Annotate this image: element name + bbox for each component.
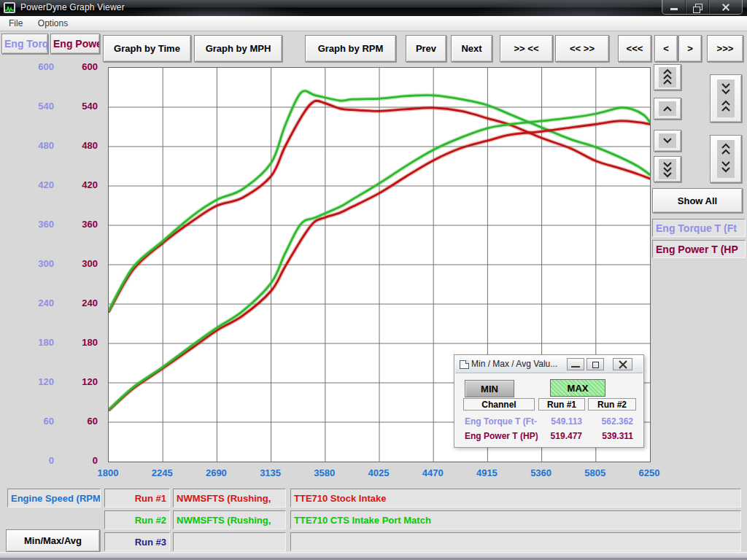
minmax-row-value: 562.362 [589,416,633,427]
chevron-up-icon [659,101,676,116]
next-button[interactable]: Next [451,35,492,62]
power-axis-button[interactable]: Eng Powe [50,34,100,54]
column-header-run1[interactable]: Run #1 [538,398,585,411]
scroll-left-button[interactable]: < [654,35,678,62]
right-power-channel-label[interactable]: Eng Power T (HP [652,240,746,258]
run2-description-box[interactable]: TTE710 CTS Intake Port Match [290,510,741,529]
scroll-first-button[interactable]: <<< [618,35,651,62]
y-tick-label: 420 [47,179,98,192]
x-tick-label: 4025 [355,467,402,478]
minmax-row-value: 539.311 [589,431,633,442]
prev-button[interactable]: Prev [406,35,446,62]
y-compress-button[interactable] [710,74,742,122]
x-tick-label: 4915 [463,467,510,478]
y-tick-label: 60 [47,415,98,428]
right-torque-channel-label[interactable]: Eng Torque T (Ft [652,219,746,237]
run1-label-box: Run #1 [104,489,170,508]
y-tick-label: 480 [47,139,98,152]
minmax-title-bar[interactable]: Min / Max / Avg Valu... [455,356,643,373]
chevron-triple-up-icon [659,67,676,88]
run3-description-box[interactable] [290,532,741,551]
minmax-row-value: 549.113 [538,416,582,427]
minmax-row-value: 519.477 [538,431,582,442]
document-icon [460,360,469,369]
x-axis-channel-box[interactable]: Engine Speed (RPM [7,489,101,508]
zoom-out-x-button[interactable]: << >> [555,35,609,62]
y-expand-button[interactable] [710,135,742,183]
x-tick-label: 3580 [301,467,348,478]
max-toggle-button[interactable]: MAX [550,379,605,397]
chevron-compress-icon [717,79,735,117]
x-tick-label: 2245 [139,467,185,478]
y-zoom-in-button[interactable] [654,98,681,120]
graph-by-mph-button[interactable]: Graph by MPH [194,35,282,62]
minmax-minimize-button[interactable] [567,358,584,370]
column-header-channel[interactable]: Channel [463,398,535,411]
minmax-close-button[interactable] [613,358,632,370]
show-all-button[interactable]: Show All [652,188,743,213]
run1-file-box[interactable]: NWMSFTS (Rushing, [173,489,286,508]
minmax-avg-button[interactable]: Min/Max/Avg [6,529,100,552]
y-tick-label: 600 [47,61,98,74]
window-controls [662,0,743,15]
torque-axis-button[interactable]: Eng Torq [1,34,48,54]
minmax-row-channel: Eng Torque T (Ft- [465,416,538,427]
x-tick-label: 6250 [626,467,673,478]
scroll-last-button[interactable]: >>> [707,35,743,62]
x-tick-label: 3135 [247,467,294,478]
run2-file-box[interactable]: NWMSFTS (Rushing, [173,510,286,529]
x-tick-label: 5805 [572,467,619,478]
y-tick-label: 120 [47,376,98,389]
run2-label-box: Run #2 [104,510,170,529]
minmax-window-title: Min / Max / Avg Valu... [471,359,557,369]
run3-file-box[interactable] [173,532,286,551]
menu-file[interactable]: File [3,17,28,30]
graph-by-rpm-button[interactable]: Graph by RPM [305,35,396,62]
y-tick-label: 0 [47,454,98,467]
zoom-in-x-button[interactable]: >> << [500,35,553,62]
window-title: PowerDyne Graph Viewer [20,2,125,12]
minimize-icon [571,366,580,368]
minmax-values-window[interactable]: Min / Max / Avg Valu... MIN MAX Channel … [454,354,644,448]
y-zoom-out-button[interactable] [654,130,681,152]
run1-description-box[interactable]: TTE710 Stock Intake [290,489,741,508]
window-bottom-frame [0,552,747,560]
scroll-right-button[interactable]: > [678,35,702,62]
chevron-expand-icon [717,140,735,178]
minmax-row-channel: Eng Power T (HP) [465,431,538,442]
y-tick-label: 240 [47,297,98,310]
chevron-down-icon [659,133,676,148]
x-tick-label: 1800 [85,467,131,478]
close-button[interactable] [709,0,742,14]
menu-bar: File Options [0,16,747,31]
y-zoom-in-fast-button[interactable] [654,64,681,90]
y-tick-label: 300 [47,257,98,271]
column-header-run2[interactable]: Run #2 [588,398,636,411]
menu-options[interactable]: Options [32,17,74,30]
min-toggle-button[interactable]: MIN [465,380,514,397]
minmax-restore-button[interactable] [587,358,604,370]
minimize-button[interactable] [662,0,686,14]
y-tick-label: 540 [47,100,98,113]
restore-icon [695,4,703,10]
x-tick-label: 2690 [193,467,239,478]
minimize-icon [670,8,678,10]
x-tick-label: 5360 [518,467,565,478]
powerdyne-app-icon [4,2,15,13]
restore-button[interactable] [686,0,709,14]
y-zoom-out-fast-button[interactable] [654,156,681,182]
title-bar: PowerDyne Graph Viewer [0,0,747,16]
restore-icon [592,362,599,368]
run3-label-box: Run #3 [104,532,170,551]
y-tick-label: 360 [47,218,98,231]
y-tick-label: 180 [47,336,98,349]
chevron-triple-down-icon [659,159,676,179]
x-tick-label: 4470 [409,467,456,478]
graph-by-time-button[interactable]: Graph by Time [103,35,191,62]
